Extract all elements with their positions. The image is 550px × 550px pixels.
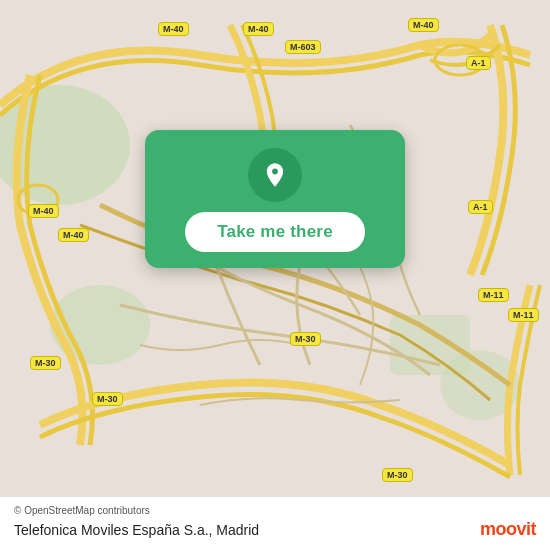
location-info: Telefonica Moviles España S.a., Madrid m… [14,519,536,540]
take-me-there-button[interactable]: Take me there [185,212,365,252]
road-badge-m30-center: M-30 [290,332,321,346]
road-badge-m30-left2: M-30 [92,392,123,406]
road-badge-m40-top-right: M-40 [408,18,439,32]
map-container: Take me there M-40 M-40 M-40 M-603 A-1 M… [0,0,550,550]
road-badge-a1-top: A-1 [466,56,491,70]
map-pin-icon [248,148,302,202]
road-badge-m30-left: M-30 [30,356,61,370]
road-badge-m40-mid2: M-40 [58,228,89,242]
map-svg [0,0,550,550]
svg-rect-4 [390,315,470,375]
location-name: Telefonica Moviles España S.a., Madrid [14,522,259,538]
map-background [0,0,550,550]
road-badge-m11-top: M-11 [478,288,509,302]
road-badge-m30-right: M-30 [382,468,413,482]
moovit-logo-text: moovit [480,519,536,540]
copyright-text: © OpenStreetMap contributors [14,505,536,516]
road-badge-m603: M-603 [285,40,321,54]
road-badge-m11-mid: M-11 [508,308,539,322]
bottom-bar: © OpenStreetMap contributors Telefonica … [0,496,550,550]
road-badge-m40-mid: M-40 [28,204,59,218]
road-badge-m40-top-left: M-40 [158,22,189,36]
location-card: Take me there [145,130,405,268]
road-badge-a1-mid: A-1 [468,200,493,214]
road-badge-m40-top-center: M-40 [243,22,274,36]
moovit-logo: moovit [480,519,536,540]
